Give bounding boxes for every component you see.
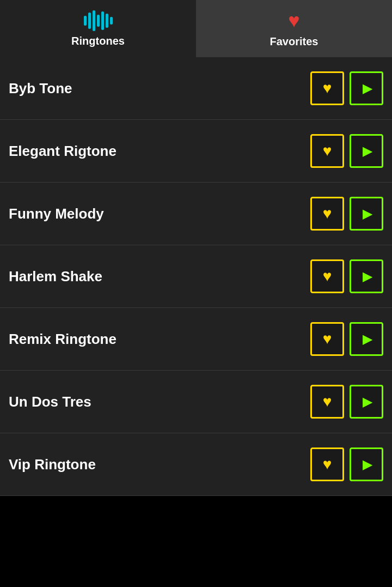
heart-icon: ♥ [323, 142, 332, 160]
tab-ringtones[interactable]: Ringtones [0, 0, 196, 57]
ringtone-name: Vip Ringtone [9, 456, 310, 473]
play-button[interactable]: ▶ [350, 71, 383, 105]
bottom-area [0, 496, 392, 587]
play-button[interactable]: ▶ [350, 259, 383, 293]
play-icon: ▶ [363, 81, 372, 96]
tab-favorites[interactable]: ♥ Favorites [196, 0, 392, 57]
list-item: Funny Melody ♥ ▶ [0, 183, 392, 245]
ringtone-name: Elegant Rigtone [9, 143, 310, 160]
favorites-heart-icon: ♥ [288, 9, 299, 32]
ringtone-name: Remix Ringtone [9, 331, 310, 348]
favorite-button[interactable]: ♥ [310, 385, 344, 419]
favorites-tab-label: Favorites [270, 35, 318, 48]
list-item: Un Dos Tres ♥ ▶ [0, 371, 392, 433]
favorite-button[interactable]: ♥ [310, 259, 344, 293]
ringtone-list: Byb Tone ♥ ▶ Elegant Rigtone ♥ ▶ Funny [0, 57, 392, 496]
play-button[interactable]: ▶ [350, 385, 383, 419]
play-icon: ▶ [363, 269, 372, 284]
ringtone-name: Funny Melody [9, 205, 310, 222]
item-actions: ♥ ▶ [310, 385, 383, 419]
favorite-button[interactable]: ♥ [310, 134, 344, 168]
ringtone-name: Un Dos Tres [9, 394, 310, 410]
heart-icon: ♥ [323, 80, 332, 97]
list-item: Harlem Shake ♥ ▶ [0, 245, 392, 308]
list-item: Byb Tone ♥ ▶ [0, 57, 392, 120]
item-actions: ♥ ▶ [310, 447, 383, 481]
list-item: Vip Ringtone ♥ ▶ [0, 433, 392, 496]
item-actions: ♥ ▶ [310, 197, 383, 231]
favorite-button[interactable]: ♥ [310, 447, 344, 481]
favorite-button[interactable]: ♥ [310, 71, 344, 105]
play-icon: ▶ [363, 331, 372, 347]
item-actions: ♥ ▶ [310, 322, 383, 356]
play-icon: ▶ [363, 206, 372, 221]
play-icon: ▶ [363, 143, 372, 159]
heart-icon: ♥ [323, 393, 332, 410]
ringtones-tab-label: Ringtones [71, 35, 125, 47]
item-actions: ♥ ▶ [310, 259, 383, 293]
play-icon: ▶ [363, 457, 372, 472]
waveform-icon [84, 10, 113, 32]
favorite-button[interactable]: ♥ [310, 322, 344, 356]
item-actions: ♥ ▶ [310, 71, 383, 105]
heart-icon: ♥ [323, 268, 332, 285]
item-actions: ♥ ▶ [310, 134, 383, 168]
ringtone-name: Harlem Shake [9, 268, 310, 285]
heart-icon: ♥ [323, 456, 332, 473]
play-icon: ▶ [363, 394, 372, 409]
play-button[interactable]: ▶ [350, 134, 383, 168]
heart-icon: ♥ [323, 205, 332, 222]
list-item: Remix Ringtone ♥ ▶ [0, 308, 392, 371]
favorite-button[interactable]: ♥ [310, 197, 344, 231]
play-button[interactable]: ▶ [350, 322, 383, 356]
play-button[interactable]: ▶ [350, 447, 383, 481]
tab-bar: Ringtones ♥ Favorites [0, 0, 392, 57]
heart-icon: ♥ [323, 330, 332, 348]
list-item: Elegant Rigtone ♥ ▶ [0, 120, 392, 183]
play-button[interactable]: ▶ [350, 197, 383, 231]
ringtone-name: Byb Tone [9, 80, 310, 97]
